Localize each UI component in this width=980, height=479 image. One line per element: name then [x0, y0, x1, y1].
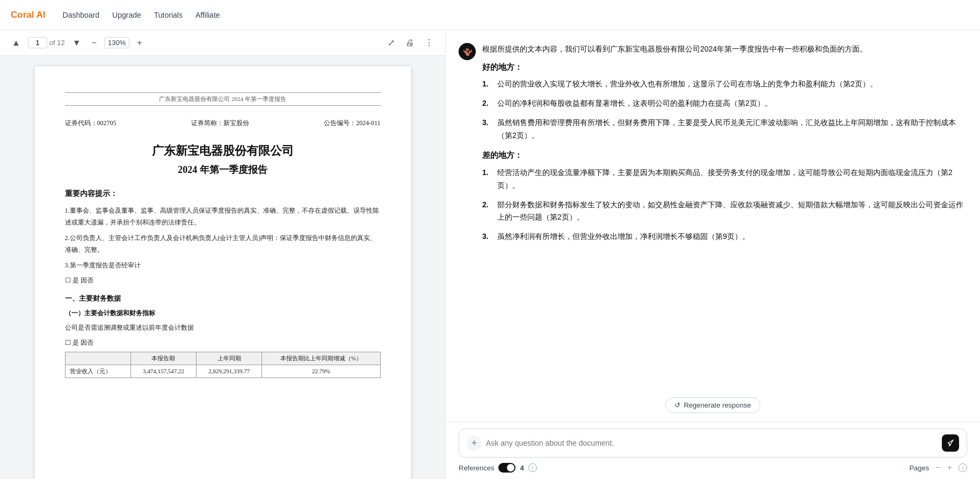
chat-good-title: 好的地方： [482, 60, 967, 74]
list-item: 3.虽然销售费用和管理费用有所增长，但财务费用下降，主要是受人民币兑美元汇率波动… [482, 117, 967, 142]
table-cell-change: 22.79% [262, 365, 380, 378]
top-nav: Coral AI Dashboard Upgrade Tutorials Aff… [0, 0, 980, 30]
chat-bubble: 根据所提供的文本内容，我们可以看到广东新宝电器股份有限公司2024年第一季度报告… [482, 43, 967, 250]
pdf-toolbar: ▲ of 12 ▼ − 130% + ⤢ 🖨 ⋮ [0, 30, 445, 56]
logo: Coral AI [11, 10, 46, 20]
regenerate-label: Regenerate response [684, 401, 751, 409]
chat-bad-list: 1.经营活动产生的现金流量净额下降，主要是因为本期购买商品、接受劳务支付的现金增… [482, 166, 967, 243]
pdf-meta-notice: 公告编号：2024-011 [324, 119, 381, 128]
zoom-display[interactable]: 130% [104, 37, 129, 48]
pdf-meta-abbr: 证券简称：新宝股份 [191, 119, 249, 128]
chat-footer: References 4 i Pages − + i [446, 458, 980, 479]
nav-tutorials[interactable]: Tutorials [154, 9, 183, 21]
pages-minus-button[interactable]: − [935, 463, 940, 473]
pdf-subsec1: （一）主要会计数据和财务指标 [65, 309, 381, 318]
pdf-yn: ☐ 是 因否 [65, 276, 381, 285]
pdf-title-main: 广东新宝电器股份有限公司 [65, 143, 381, 159]
attach-button[interactable]: + [467, 436, 482, 451]
nav-links: Dashboard Upgrade Tutorials Affiliate [63, 9, 220, 21]
pdf-meta: 证券代码：002705 证券简称：新宝股份 公告编号：2024-011 [65, 119, 381, 128]
main-layout: ▲ of 12 ▼ − 130% + ⤢ 🖨 ⋮ 广东新宝电器股份有限公司 20… [0, 30, 980, 479]
chat-intro: 根据所提供的文本内容，我们可以看到广东新宝电器股份有限公司2024年第一季度报告… [482, 43, 967, 56]
page-up-button[interactable]: ▲ [9, 36, 24, 50]
pdf-important-title: 重要内容提示： [65, 189, 381, 199]
pdf-header-line: 广东新宝电器股份有限公司 2024 年第一季度报告 [65, 92, 381, 106]
list-item: 2.部分财务数据和财务指标发生了较大的变动，如交易性金融资产下降、应收款项融资减… [482, 199, 967, 224]
chat-panel: 🪸 根据所提供的文本内容，我们可以看到广东新宝电器股份有限公司2024年第一季度… [446, 30, 980, 479]
chat-bad-title: 差的地方： [482, 148, 967, 162]
chat-input-box: + [459, 429, 967, 458]
chat-input[interactable] [486, 439, 938, 447]
pdf-body2: 2.公司负责人、主管会计工作负责人及会计机构负责人(会计主管人员)声明：保证季度… [65, 233, 381, 256]
nav-dashboard[interactable]: Dashboard [63, 9, 100, 21]
send-icon [946, 439, 955, 447]
chat-input-area: + [446, 422, 980, 458]
pdf-meta-code: 证券代码：002705 [65, 119, 117, 128]
list-item: 2.公司的净利润和每股收益都有显著增长，这表明公司的盈利能力在提高（第2页）。 [482, 97, 967, 110]
table-cell-label: 营业收入（元） [65, 365, 130, 378]
list-item: 3.虽然净利润有所增长，但营业外收出增加，净利润增长不够稳固（第9页）。 [482, 230, 967, 243]
page-input[interactable] [28, 37, 47, 48]
page-down-button[interactable]: ▼ [69, 36, 84, 50]
pdf-body3: 3.第一季度报告是否经审计 [65, 260, 381, 272]
page-total: of 12 [49, 39, 65, 47]
regenerate-button[interactable]: ↺ Regenerate response [665, 397, 760, 413]
footer-left: References 4 i [459, 463, 537, 473]
references-label: References [459, 464, 494, 472]
pages-plus-button[interactable]: + [947, 463, 952, 473]
table-cell-current: 3,474,157,547.22 [130, 365, 196, 378]
chat-messages: 🪸 根据所提供的文本内容，我们可以看到广东新宝电器股份有限公司2024年第一季度… [446, 30, 980, 393]
expand-button[interactable]: ⤢ [384, 35, 398, 50]
references-count: 4 [520, 464, 524, 472]
nav-affiliate[interactable]: Affiliate [195, 9, 220, 21]
pdf-page: 广东新宝电器股份有限公司 2024 年第一季度报告 证券代码：002705 证券… [35, 67, 411, 479]
pdf-table-yn: ☐ 是 因否 [65, 338, 381, 347]
references-info-icon[interactable]: i [528, 463, 537, 472]
pdf-financial-table: 本报告期 上年同期 本报告期比上年同期增减（%） 营业收入（元） 3,474,1… [65, 352, 381, 378]
pages-info-icon[interactable]: i [959, 463, 967, 472]
list-item: 1.公司的营业收入实现了较大增长，营业外收入也有所增加，这显示了公司在市场上的竞… [482, 78, 967, 91]
pdf-panel: ▲ of 12 ▼ − 130% + ⤢ 🖨 ⋮ 广东新宝电器股份有限公司 20… [0, 30, 446, 479]
zoom-out-button[interactable]: − [89, 36, 100, 50]
nav-upgrade[interactable]: Upgrade [112, 9, 141, 21]
pdf-table-header-current: 本报告期 [130, 352, 196, 365]
regenerate-icon: ↺ [674, 401, 680, 409]
pdf-title-sub: 2024 年第一季度报告 [65, 163, 381, 176]
pdf-table-header-change: 本报告期比上年同期增减（%） [262, 352, 380, 365]
zoom-in-button[interactable]: + [134, 36, 145, 50]
list-item: 1.经营活动产生的现金流量净额下降，主要是因为本期购买商品、接受劳务支付的现金增… [482, 166, 967, 192]
footer-right: Pages − + i [909, 463, 967, 473]
chat-message-ai: 🪸 根据所提供的文本内容，我们可以看到广东新宝电器股份有限公司2024年第一季度… [459, 43, 967, 250]
send-button[interactable] [942, 434, 959, 452]
references-toggle[interactable] [498, 463, 516, 473]
more-button[interactable]: ⋮ [422, 35, 437, 50]
pdf-table-note: 公司是否需追溯调整或重述以前年度会计数据 [65, 322, 381, 334]
table-cell-prior: 2,829,291,339.77 [197, 365, 262, 378]
pdf-section1: 一、主要财务数据 [65, 294, 381, 303]
pdf-table-header-prior: 上年同期 [197, 352, 262, 365]
regenerate-bar: ↺ Regenerate response [446, 393, 980, 422]
table-row: 营业收入（元） 3,474,157,547.22 2,829,291,339.7… [65, 365, 380, 378]
print-button[interactable]: 🖨 [402, 36, 417, 50]
pdf-body1: 1.董事会、监事会及董事、监事、高级管理人员保证季度报告的真实、准确、完整，不存… [65, 205, 381, 228]
page-nav: of 12 [28, 37, 65, 48]
pdf-content[interactable]: 广东新宝电器股份有限公司 2024 年第一季度报告 证券代码：002705 证券… [0, 56, 445, 479]
chat-good-list: 1.公司的营业收入实现了较大增长，营业外收入也有所增加，这显示了公司在市场上的竞… [482, 78, 967, 142]
pdf-table-header-empty [65, 352, 130, 365]
chat-avatar: 🪸 [459, 43, 476, 60]
pages-label: Pages [909, 464, 929, 472]
